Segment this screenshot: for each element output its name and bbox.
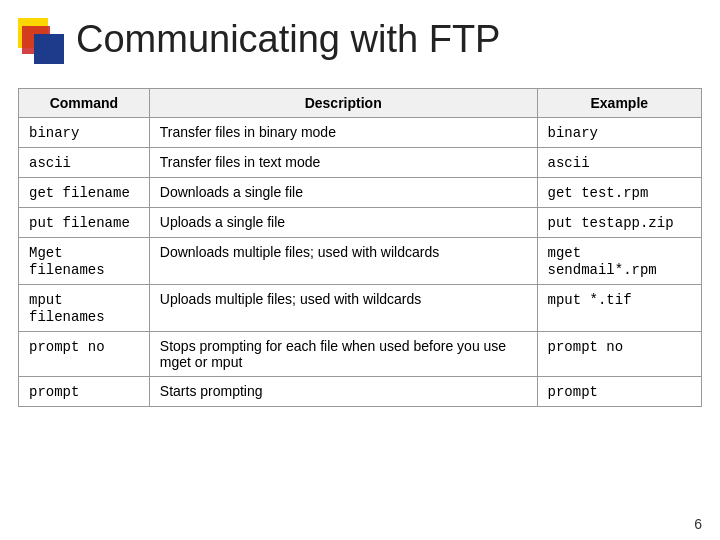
table-cell-example: mput *.tif [537,285,701,332]
table-cell-command: put filename [19,208,150,238]
table-cell-description: Transfer files in binary mode [149,118,537,148]
col-header-command: Command [19,89,150,118]
table-header-row: Command Description Example [19,89,702,118]
table-cell-command: prompt [19,377,150,407]
table-row: binaryTransfer files in binary modebinar… [19,118,702,148]
table-cell-description: Stops prompting for each file when used … [149,332,537,377]
table-cell-description: Uploads multiple files; used with wildca… [149,285,537,332]
table-cell-example: prompt no [537,332,701,377]
table-cell-description: Uploads a single file [149,208,537,238]
page-number: 6 [694,516,702,532]
table-cell-command: get filename [19,178,150,208]
table-cell-command: prompt no [19,332,150,377]
table-row: asciiTransfer files in text modeascii [19,148,702,178]
ftp-commands-table: Command Description Example binaryTransf… [18,88,702,407]
decorative-squares [18,18,66,78]
table-cell-description: Transfer files in text mode [149,148,537,178]
table-cell-example: get test.rpm [537,178,701,208]
deco-blue-square [34,34,64,64]
table-cell-command: Mget filenames [19,238,150,285]
table-row: get filenameDownloads a single fileget t… [19,178,702,208]
table-cell-command: binary [19,118,150,148]
table-cell-example: put testapp.zip [537,208,701,238]
table-cell-example: binary [537,118,701,148]
table-cell-description: Starts prompting [149,377,537,407]
col-header-example: Example [537,89,701,118]
table-cell-command: ascii [19,148,150,178]
table-cell-description: Downloads a single file [149,178,537,208]
table-row: promptStarts promptingprompt [19,377,702,407]
page-title: Communicating with FTP [76,18,500,61]
table-row: Mget filenamesDownloads multiple files; … [19,238,702,285]
table-cell-example: ascii [537,148,701,178]
table-cell-example: mget sendmail*.rpm [537,238,701,285]
table-cell-example: prompt [537,377,701,407]
table-cell-command: mput filenames [19,285,150,332]
col-header-description: Description [149,89,537,118]
table-row: prompt noStops prompting for each file w… [19,332,702,377]
table-row: put filenameUploads a single fileput tes… [19,208,702,238]
table-cell-description: Downloads multiple files; used with wild… [149,238,537,285]
main-table-container: Command Description Example binaryTransf… [18,88,702,504]
table-row: mput filenamesUploads multiple files; us… [19,285,702,332]
